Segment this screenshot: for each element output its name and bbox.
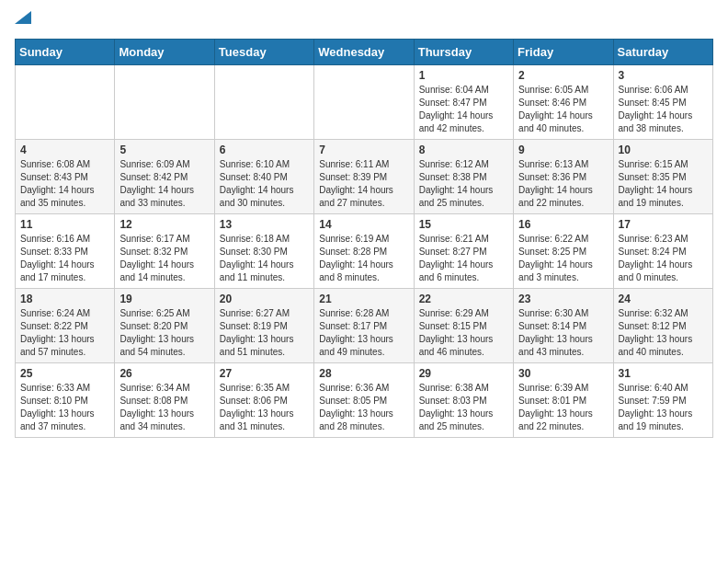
- day-info: Sunrise: 6:05 AM Sunset: 8:46 PM Dayligh…: [518, 84, 608, 135]
- day-info: Sunrise: 6:09 AM Sunset: 8:42 PM Dayligh…: [119, 158, 209, 210]
- calendar-cell: 25Sunrise: 6:33 AM Sunset: 8:10 PM Dayli…: [16, 363, 115, 438]
- day-info: Sunrise: 6:08 AM Sunset: 8:43 PM Dayligh…: [20, 158, 109, 210]
- calendar-cell: 19Sunrise: 6:25 AM Sunset: 8:20 PM Dayli…: [115, 289, 214, 363]
- calendar-cell: 29Sunrise: 6:38 AM Sunset: 8:03 PM Dayli…: [414, 363, 513, 438]
- calendar-cell: [16, 65, 115, 140]
- day-info: Sunrise: 6:15 AM Sunset: 8:35 PM Dayligh…: [619, 158, 708, 210]
- day-number: 7: [319, 144, 408, 156]
- calendar-cell: 17Sunrise: 6:23 AM Sunset: 8:24 PM Dayli…: [613, 214, 712, 289]
- day-number: 8: [419, 144, 508, 156]
- calendar-cell: 7Sunrise: 6:11 AM Sunset: 8:39 PM Daylig…: [314, 140, 414, 214]
- day-info: Sunrise: 6:10 AM Sunset: 8:40 PM Dayligh…: [220, 158, 309, 210]
- day-info: Sunrise: 6:25 AM Sunset: 8:20 PM Dayligh…: [119, 307, 209, 359]
- day-info: Sunrise: 6:22 AM Sunset: 8:25 PM Dayligh…: [518, 233, 608, 284]
- calendar-cell: 23Sunrise: 6:30 AM Sunset: 8:14 PM Dayli…: [514, 289, 613, 363]
- day-info: Sunrise: 6:12 AM Sunset: 8:38 PM Dayligh…: [419, 158, 508, 210]
- day-info: Sunrise: 6:06 AM Sunset: 8:45 PM Dayligh…: [619, 84, 708, 135]
- day-info: Sunrise: 6:40 AM Sunset: 7:59 PM Dayligh…: [619, 382, 708, 433]
- calendar-cell: 11Sunrise: 6:16 AM Sunset: 8:33 PM Dayli…: [16, 214, 115, 289]
- day-info: Sunrise: 6:04 AM Sunset: 8:47 PM Dayligh…: [419, 84, 508, 135]
- day-number: 10: [619, 144, 708, 156]
- weekday-header: Sunday: [16, 40, 115, 65]
- calendar-cell: 31Sunrise: 6:40 AM Sunset: 7:59 PM Dayli…: [613, 363, 712, 438]
- day-number: 3: [619, 69, 708, 82]
- day-number: 28: [319, 367, 408, 380]
- calendar-cell: 20Sunrise: 6:27 AM Sunset: 8:19 PM Dayli…: [214, 289, 313, 363]
- day-info: Sunrise: 6:30 AM Sunset: 8:14 PM Dayligh…: [518, 307, 608, 359]
- weekday-header: Saturday: [613, 40, 712, 65]
- calendar-cell: 30Sunrise: 6:39 AM Sunset: 8:01 PM Dayli…: [514, 363, 613, 438]
- day-info: Sunrise: 6:39 AM Sunset: 8:01 PM Dayligh…: [518, 382, 608, 433]
- day-number: 30: [518, 367, 608, 380]
- day-number: 29: [419, 367, 508, 380]
- day-number: 6: [220, 144, 309, 156]
- day-number: 17: [619, 218, 708, 231]
- day-number: 9: [518, 144, 608, 156]
- calendar-cell: 27Sunrise: 6:35 AM Sunset: 8:06 PM Dayli…: [214, 363, 313, 438]
- calendar-cell: 15Sunrise: 6:21 AM Sunset: 8:27 PM Dayli…: [414, 214, 513, 289]
- calendar-cell: 14Sunrise: 6:19 AM Sunset: 8:28 PM Dayli…: [314, 214, 414, 289]
- day-info: Sunrise: 6:21 AM Sunset: 8:27 PM Dayligh…: [419, 233, 508, 284]
- day-info: Sunrise: 6:27 AM Sunset: 8:19 PM Dayligh…: [220, 307, 309, 359]
- calendar-cell: 4Sunrise: 6:08 AM Sunset: 8:43 PM Daylig…: [16, 140, 115, 214]
- day-info: Sunrise: 6:18 AM Sunset: 8:30 PM Dayligh…: [220, 233, 309, 284]
- page-header: [15, 15, 713, 28]
- calendar-week-row: 1Sunrise: 6:04 AM Sunset: 8:47 PM Daylig…: [16, 65, 713, 140]
- calendar-cell: 3Sunrise: 6:06 AM Sunset: 8:45 PM Daylig…: [613, 65, 712, 140]
- day-number: 15: [419, 218, 508, 231]
- calendar-cell: 12Sunrise: 6:17 AM Sunset: 8:32 PM Dayli…: [115, 214, 214, 289]
- day-number: 19: [119, 293, 209, 305]
- day-info: Sunrise: 6:32 AM Sunset: 8:12 PM Dayligh…: [619, 307, 708, 359]
- weekday-header: Wednesday: [314, 40, 414, 65]
- day-number: 5: [119, 144, 209, 156]
- day-info: Sunrise: 6:23 AM Sunset: 8:24 PM Dayligh…: [619, 233, 708, 284]
- day-number: 18: [20, 293, 109, 305]
- weekday-header: Friday: [514, 40, 613, 65]
- day-info: Sunrise: 6:19 AM Sunset: 8:28 PM Dayligh…: [319, 233, 408, 284]
- day-number: 24: [619, 293, 708, 305]
- calendar-cell: 26Sunrise: 6:34 AM Sunset: 8:08 PM Dayli…: [115, 363, 214, 438]
- calendar-cell: [115, 65, 214, 140]
- calendar-cell: 22Sunrise: 6:29 AM Sunset: 8:15 PM Dayli…: [414, 289, 513, 363]
- day-number: 16: [518, 218, 608, 231]
- calendar-cell: 6Sunrise: 6:10 AM Sunset: 8:40 PM Daylig…: [214, 140, 313, 214]
- calendar-header-row: SundayMondayTuesdayWednesdayThursdayFrid…: [16, 40, 713, 65]
- day-number: 20: [220, 293, 309, 305]
- calendar-week-row: 4Sunrise: 6:08 AM Sunset: 8:43 PM Daylig…: [16, 140, 713, 214]
- day-info: Sunrise: 6:13 AM Sunset: 8:36 PM Dayligh…: [518, 158, 608, 210]
- calendar-cell: 5Sunrise: 6:09 AM Sunset: 8:42 PM Daylig…: [115, 140, 214, 214]
- weekday-header: Tuesday: [214, 40, 313, 65]
- day-number: 4: [20, 144, 109, 156]
- calendar-week-row: 25Sunrise: 6:33 AM Sunset: 8:10 PM Dayli…: [16, 363, 713, 438]
- calendar-cell: 8Sunrise: 6:12 AM Sunset: 8:38 PM Daylig…: [414, 140, 513, 214]
- calendar-cell: 21Sunrise: 6:28 AM Sunset: 8:17 PM Dayli…: [314, 289, 414, 363]
- logo-triangle-icon: [15, 11, 31, 24]
- day-info: Sunrise: 6:36 AM Sunset: 8:05 PM Dayligh…: [319, 382, 408, 433]
- day-number: 13: [220, 218, 309, 231]
- day-info: Sunrise: 6:16 AM Sunset: 8:33 PM Dayligh…: [20, 233, 109, 284]
- day-info: Sunrise: 6:29 AM Sunset: 8:15 PM Dayligh…: [419, 307, 508, 359]
- day-number: 27: [220, 367, 309, 380]
- day-info: Sunrise: 6:34 AM Sunset: 8:08 PM Dayligh…: [119, 382, 209, 433]
- day-number: 1: [419, 69, 508, 82]
- weekday-header: Monday: [115, 40, 214, 65]
- calendar-cell: 9Sunrise: 6:13 AM Sunset: 8:36 PM Daylig…: [514, 140, 613, 214]
- day-number: 22: [419, 293, 508, 305]
- day-number: 23: [518, 293, 608, 305]
- day-info: Sunrise: 6:33 AM Sunset: 8:10 PM Dayligh…: [20, 382, 109, 433]
- calendar-table: SundayMondayTuesdayWednesdayThursdayFrid…: [15, 39, 713, 438]
- day-number: 12: [119, 218, 209, 231]
- day-info: Sunrise: 6:35 AM Sunset: 8:06 PM Dayligh…: [220, 382, 309, 433]
- day-number: 21: [319, 293, 408, 305]
- calendar-cell: [314, 65, 414, 140]
- day-info: Sunrise: 6:11 AM Sunset: 8:39 PM Dayligh…: [319, 158, 408, 210]
- svg-marker-0: [15, 11, 31, 24]
- calendar-cell: 1Sunrise: 6:04 AM Sunset: 8:47 PM Daylig…: [414, 65, 513, 140]
- calendar-cell: 2Sunrise: 6:05 AM Sunset: 8:46 PM Daylig…: [514, 65, 613, 140]
- calendar-cell: [214, 65, 313, 140]
- logo: [15, 15, 31, 28]
- calendar-cell: 28Sunrise: 6:36 AM Sunset: 8:05 PM Dayli…: [314, 363, 414, 438]
- day-info: Sunrise: 6:28 AM Sunset: 8:17 PM Dayligh…: [319, 307, 408, 359]
- calendar-cell: 16Sunrise: 6:22 AM Sunset: 8:25 PM Dayli…: [514, 214, 613, 289]
- day-info: Sunrise: 6:24 AM Sunset: 8:22 PM Dayligh…: [20, 307, 109, 359]
